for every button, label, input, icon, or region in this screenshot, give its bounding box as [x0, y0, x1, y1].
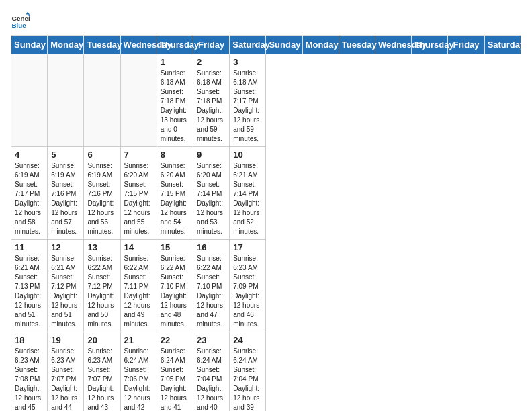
day-number: 14 — [124, 242, 153, 253]
calendar-cell: 13Sunrise: 6:22 AM Sunset: 7:12 PM Dayli… — [84, 240, 120, 332]
day-info: Sunrise: 6:23 AM Sunset: 7:07 PM Dayligh… — [51, 347, 80, 411]
calendar-cell: 23Sunrise: 6:24 AM Sunset: 7:04 PM Dayli… — [193, 332, 230, 412]
day-info: Sunrise: 6:24 AM Sunset: 7:06 PM Dayligh… — [124, 347, 153, 411]
calendar-cell: 11Sunrise: 6:21 AM Sunset: 7:13 PM Dayli… — [11, 240, 48, 332]
calendar-cell: 20Sunrise: 6:23 AM Sunset: 7:07 PM Dayli… — [84, 332, 120, 412]
svg-text:Blue: Blue — [11, 21, 26, 29]
svg-marker-2 — [26, 11, 30, 14]
day-info: Sunrise: 6:24 AM Sunset: 7:04 PM Dayligh… — [197, 347, 226, 411]
day-number: 22 — [161, 335, 189, 345]
calendar-cell: 10Sunrise: 6:21 AM Sunset: 7:14 PM Dayli… — [230, 147, 266, 240]
calendar-cell: 24Sunrise: 6:24 AM Sunset: 7:04 PM Dayli… — [230, 332, 266, 412]
day-info: Sunrise: 6:19 AM Sunset: 7:16 PM Dayligh… — [87, 161, 116, 236]
header-row: SundayMondayTuesdayWednesdayThursdayFrid… — [11, 36, 521, 54]
day-number: 13 — [87, 242, 116, 253]
day-number: 5 — [51, 150, 80, 160]
calendar-cell: 18Sunrise: 6:23 AM Sunset: 7:08 PM Dayli… — [11, 332, 48, 412]
page-header: General Blue — [11, 11, 521, 30]
calendar-cell — [120, 54, 157, 147]
day-number: 7 — [124, 150, 153, 160]
day-number: 12 — [51, 242, 80, 253]
day-number: 23 — [197, 335, 226, 345]
day-info: Sunrise: 6:20 AM Sunset: 7:15 PM Dayligh… — [161, 161, 189, 236]
day-number: 17 — [233, 242, 262, 253]
day-info: Sunrise: 6:22 AM Sunset: 7:10 PM Dayligh… — [197, 254, 226, 329]
calendar-cell: 8Sunrise: 6:20 AM Sunset: 7:15 PM Daylig… — [157, 147, 193, 240]
col-header-thursday: Thursday — [412, 36, 448, 54]
day-info: Sunrise: 6:23 AM Sunset: 7:08 PM Dayligh… — [15, 347, 44, 411]
calendar-cell — [11, 54, 48, 147]
calendar-cell: 4Sunrise: 6:19 AM Sunset: 7:17 PM Daylig… — [11, 147, 48, 240]
col-header-monday: Monday — [302, 36, 339, 54]
day-info: Sunrise: 6:22 AM Sunset: 7:10 PM Dayligh… — [161, 254, 189, 329]
col-header-saturday: Saturday — [484, 36, 521, 54]
day-number: 4 — [15, 150, 44, 160]
col-header-friday: Friday — [448, 36, 484, 54]
col-header-saturday: Saturday — [230, 36, 266, 54]
col-header-friday: Friday — [193, 36, 230, 54]
calendar-cell: 15Sunrise: 6:22 AM Sunset: 7:10 PM Dayli… — [157, 240, 193, 332]
calendar-cell: 17Sunrise: 6:23 AM Sunset: 7:09 PM Dayli… — [230, 240, 266, 332]
day-info: Sunrise: 6:20 AM Sunset: 7:15 PM Dayligh… — [124, 161, 153, 236]
day-number: 9 — [197, 150, 226, 160]
calendar-cell: 5Sunrise: 6:19 AM Sunset: 7:16 PM Daylig… — [48, 147, 84, 240]
day-number: 3 — [233, 57, 262, 67]
day-number: 18 — [15, 335, 44, 345]
col-header-monday: Monday — [48, 36, 84, 54]
calendar-cell: 21Sunrise: 6:24 AM Sunset: 7:06 PM Dayli… — [120, 332, 157, 412]
calendar-cell — [48, 54, 84, 147]
day-number: 24 — [233, 335, 262, 345]
day-number: 16 — [197, 242, 226, 253]
calendar-cell: 19Sunrise: 6:23 AM Sunset: 7:07 PM Dayli… — [48, 332, 84, 412]
day-info: Sunrise: 6:24 AM Sunset: 7:05 PM Dayligh… — [161, 347, 189, 411]
day-number: 15 — [161, 242, 189, 253]
calendar-cell: 22Sunrise: 6:24 AM Sunset: 7:05 PM Dayli… — [157, 332, 193, 412]
day-info: Sunrise: 6:20 AM Sunset: 7:14 PM Dayligh… — [197, 161, 226, 236]
calendar-cell: 12Sunrise: 6:21 AM Sunset: 7:12 PM Dayli… — [48, 240, 84, 332]
col-header-tuesday: Tuesday — [84, 36, 120, 54]
col-header-thursday: Thursday — [157, 36, 193, 54]
calendar-table: SundayMondayTuesdayWednesdayThursdayFrid… — [11, 35, 521, 411]
day-number: 20 — [87, 335, 116, 345]
calendar-cell: 6Sunrise: 6:19 AM Sunset: 7:16 PM Daylig… — [84, 147, 120, 240]
day-number: 21 — [124, 335, 153, 345]
calendar-cell: 3Sunrise: 6:18 AM Sunset: 7:17 PM Daylig… — [230, 54, 266, 147]
calendar-cell: 2Sunrise: 6:18 AM Sunset: 7:18 PM Daylig… — [193, 54, 230, 147]
day-number: 10 — [233, 150, 262, 160]
day-number: 1 — [161, 57, 189, 67]
week-row-3: 11Sunrise: 6:21 AM Sunset: 7:13 PM Dayli… — [11, 240, 521, 332]
day-info: Sunrise: 6:22 AM Sunset: 7:12 PM Dayligh… — [87, 254, 116, 329]
calendar-cell: 9Sunrise: 6:20 AM Sunset: 7:14 PM Daylig… — [193, 147, 230, 240]
day-info: Sunrise: 6:22 AM Sunset: 7:11 PM Dayligh… — [124, 254, 153, 329]
day-info: Sunrise: 6:19 AM Sunset: 7:16 PM Dayligh… — [51, 161, 80, 236]
day-info: Sunrise: 6:23 AM Sunset: 7:09 PM Dayligh… — [233, 254, 262, 329]
day-info: Sunrise: 6:21 AM Sunset: 7:13 PM Dayligh… — [15, 254, 44, 329]
day-info: Sunrise: 6:21 AM Sunset: 7:12 PM Dayligh… — [51, 254, 80, 329]
calendar-cell: 16Sunrise: 6:22 AM Sunset: 7:10 PM Dayli… — [193, 240, 230, 332]
day-info: Sunrise: 6:18 AM Sunset: 7:17 PM Dayligh… — [233, 68, 262, 144]
col-header-wednesday: Wednesday — [120, 36, 157, 54]
calendar-cell — [84, 54, 120, 147]
col-header-tuesday: Tuesday — [339, 36, 375, 54]
week-row-2: 4Sunrise: 6:19 AM Sunset: 7:17 PM Daylig… — [11, 147, 521, 240]
logo: General Blue — [11, 11, 32, 30]
calendar-cell: 7Sunrise: 6:20 AM Sunset: 7:15 PM Daylig… — [120, 147, 157, 240]
day-number: 6 — [87, 150, 116, 160]
day-info: Sunrise: 6:24 AM Sunset: 7:04 PM Dayligh… — [233, 347, 262, 411]
day-number: 19 — [51, 335, 80, 345]
day-number: 8 — [161, 150, 189, 160]
week-row-1: 1Sunrise: 6:18 AM Sunset: 7:18 PM Daylig… — [11, 54, 521, 147]
day-info: Sunrise: 6:19 AM Sunset: 7:17 PM Dayligh… — [15, 161, 44, 236]
day-info: Sunrise: 6:21 AM Sunset: 7:14 PM Dayligh… — [233, 161, 262, 236]
calendar-cell: 1Sunrise: 6:18 AM Sunset: 7:18 PM Daylig… — [157, 54, 193, 147]
col-header-wednesday: Wednesday — [375, 36, 412, 54]
calendar-cell: 14Sunrise: 6:22 AM Sunset: 7:11 PM Dayli… — [120, 240, 157, 332]
day-info: Sunrise: 6:18 AM Sunset: 7:18 PM Dayligh… — [161, 68, 189, 144]
col-header-sunday: Sunday — [11, 36, 48, 54]
day-info: Sunrise: 6:23 AM Sunset: 7:07 PM Dayligh… — [87, 347, 116, 411]
week-row-4: 18Sunrise: 6:23 AM Sunset: 7:08 PM Dayli… — [11, 332, 521, 412]
col-header-sunday: Sunday — [266, 36, 302, 54]
day-info: Sunrise: 6:18 AM Sunset: 7:18 PM Dayligh… — [197, 68, 226, 144]
day-number: 11 — [15, 242, 44, 253]
day-number: 2 — [197, 57, 226, 67]
